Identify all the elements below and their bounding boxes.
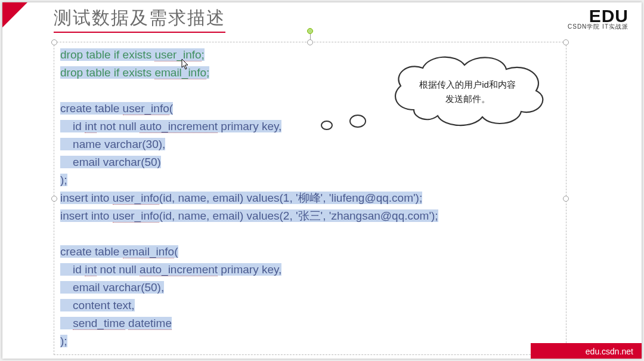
cloud-bubble-1 [349,115,366,128]
resize-handle-top-left[interactable] [51,39,57,45]
footer-banner: edu.csdn.net [516,343,642,359]
resize-handle-top-mid[interactable] [307,39,313,45]
logo-main: EDU [568,7,628,25]
logo-sub: CSDN学院 IT实战派 [568,24,628,30]
resize-handle-top-right[interactable] [563,39,569,45]
cloud-text: 根据传入的用户id和内容 发送邮件。 [402,78,533,106]
slide: 测试数据及需求描述 EDU CSDN学院 IT实战派 drop table if… [2,2,642,359]
rotate-handle[interactable] [307,28,313,34]
resize-handle-mid-right[interactable] [563,196,569,202]
resize-handle-mid-left[interactable] [51,196,57,202]
footer-url: edu.csdn.net [586,347,633,356]
logo: EDU CSDN学院 IT实战派 [568,7,628,30]
thought-cloud[interactable]: 根据传入的用户id和内容 发送邮件。 [312,50,563,152]
slide-title: 测试数据及需求描述 [54,6,225,33]
cloud-bubble-2 [321,121,333,130]
corner-accent [2,2,27,27]
